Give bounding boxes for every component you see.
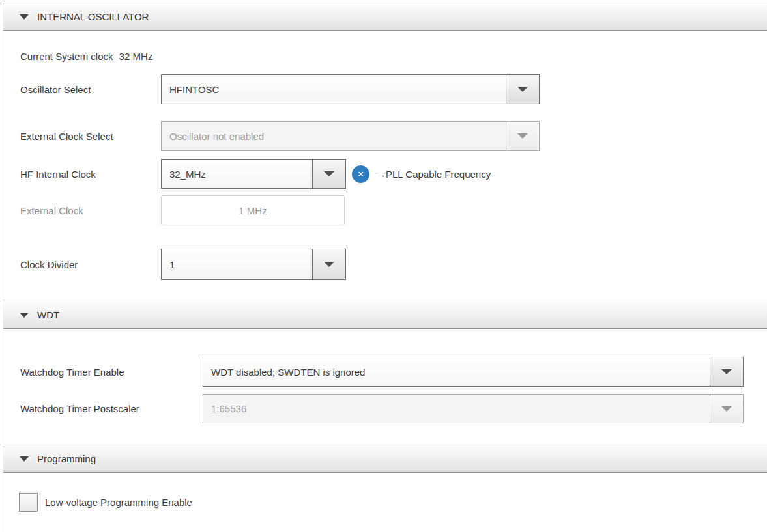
low-voltage-programming-label: Low-voltage Programming Enable: [45, 493, 192, 512]
dropdown-arrow-icon: [324, 171, 334, 176]
pll-capable-frequency-note: →PLL Capable Frequency: [376, 159, 491, 189]
hf-internal-clock-combobox[interactable]: 32_MHz: [161, 159, 346, 189]
oscillator-select-combobox[interactable]: HFINTOSC: [161, 74, 540, 104]
watchdog-timer-postscaler-label: Watchdog Timer Postscaler: [20, 394, 139, 423]
dropdown-arrow-icon: [721, 406, 732, 412]
collapse-triangle-icon: [20, 14, 29, 20]
watchdog-timer-postscaler-combobox: 1:65536: [203, 394, 744, 423]
section-header-internal-oscillator[interactable]: INTERNAL OSCILLATOR: [3, 3, 767, 31]
oscillator-select-dropdown-button[interactable]: [506, 75, 539, 104]
mcc-configuration-pane: INTERNAL OSCILLATOR Current System clock…: [0, 0, 767, 532]
dropdown-arrow-icon: [324, 262, 334, 267]
clock-divider-value: 1: [162, 249, 312, 279]
blue-circle-x-icon[interactable]: [352, 165, 369, 183]
clock-divider-combobox[interactable]: 1: [161, 249, 346, 280]
clock-divider-dropdown-button[interactable]: [312, 249, 345, 279]
watchdog-timer-enable-combobox[interactable]: WDT disabled; SWDTEN is ignored: [203, 357, 744, 387]
watchdog-timer-postscaler-dropdown-button: [710, 395, 743, 423]
current-system-clock-label: Current System clock: [20, 51, 113, 62]
external-clock-select-label: External Clock Select: [20, 121, 113, 151]
settings-panel: INTERNAL OSCILLATOR Current System clock…: [3, 3, 767, 532]
external-clock-input: [161, 195, 345, 225]
oscillator-select-label: Oscillator Select: [20, 74, 91, 104]
hf-internal-clock-dropdown-button[interactable]: [312, 160, 345, 188]
external-clock-select-combobox: Oscillator not enabled: [161, 121, 540, 151]
section-title: WDT: [37, 309, 59, 320]
section-title: INTERNAL OSCILLATOR: [37, 11, 149, 22]
section-title: Programming: [37, 453, 96, 464]
current-system-clock-value: 32 MHz: [119, 51, 153, 62]
watchdog-timer-enable-dropdown-button[interactable]: [710, 357, 743, 386]
section-header-wdt[interactable]: WDT: [3, 301, 767, 329]
dropdown-arrow-icon: [721, 369, 732, 374]
current-system-clock: Current System clock 32 MHz: [20, 49, 152, 63]
hf-internal-clock-value: 32_MHz: [162, 160, 312, 188]
hf-internal-clock-label: HF Internal Clock: [20, 159, 96, 189]
external-clock-select-dropdown-button: [506, 122, 539, 150]
dropdown-arrow-icon: [517, 133, 528, 139]
low-voltage-programming-checkbox[interactable]: [19, 493, 38, 512]
oscillator-select-value: HFINTOSC: [162, 75, 506, 104]
external-clock-select-value: Oscillator not enabled: [162, 122, 506, 150]
clock-divider-label: Clock Divider: [20, 249, 78, 280]
section-header-programming[interactable]: Programming: [3, 445, 767, 473]
external-clock-label: External Clock: [20, 195, 83, 225]
dropdown-arrow-icon: [517, 87, 528, 92]
watchdog-timer-postscaler-value: 1:65536: [203, 395, 710, 423]
watchdog-timer-enable-value: WDT disabled; SWDTEN is ignored: [203, 357, 710, 386]
collapse-triangle-icon: [20, 313, 29, 318]
collapse-triangle-icon: [20, 456, 29, 462]
watchdog-timer-enable-label: Watchdog Timer Enable: [20, 357, 124, 387]
